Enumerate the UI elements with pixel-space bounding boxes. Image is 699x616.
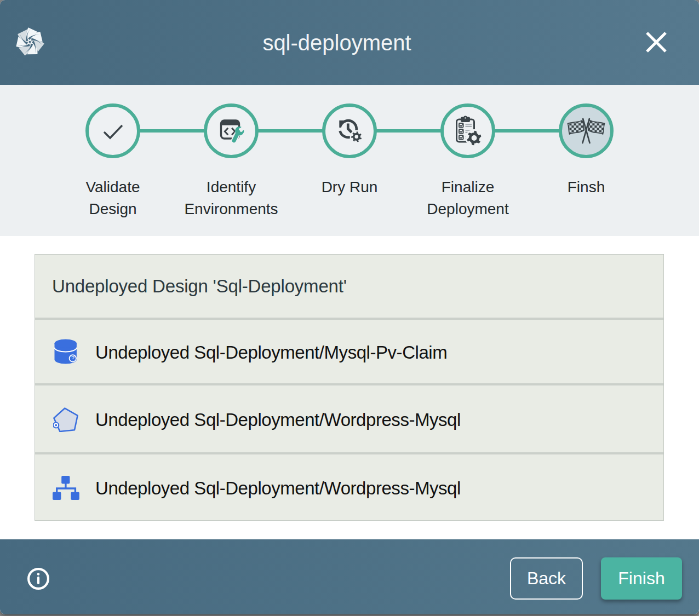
svg-text:?: ?	[71, 355, 75, 361]
